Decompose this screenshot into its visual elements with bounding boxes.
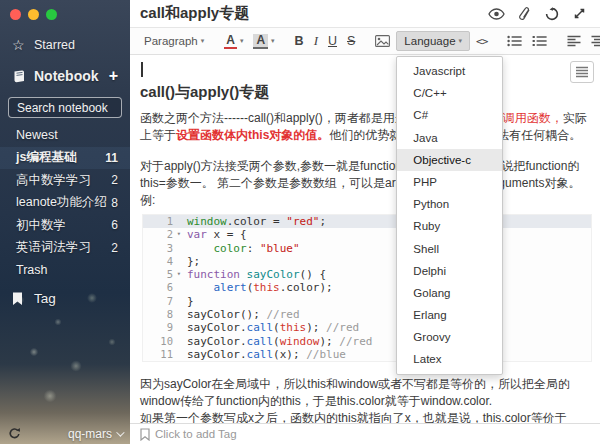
language-menu-item[interactable]: Latex <box>397 348 502 370</box>
fold-caret-icon[interactable]: ▾ <box>177 268 181 281</box>
notebook-label: Notebook <box>34 68 99 84</box>
note-titlebar: call和apply专题 <box>130 0 600 28</box>
unordered-list-button[interactable] <box>503 33 526 49</box>
code-line: 9sayColor.call(this); //red <box>143 321 591 334</box>
language-menu-item[interactable]: Shell <box>397 238 502 260</box>
p1-red-bold-text: 设置函数体内this对象的值。 <box>176 128 329 142</box>
notebook-item[interactable]: leanote功能介绍8 <box>0 192 130 215</box>
language-menu-item[interactable]: C/C++ <box>397 82 502 104</box>
code-line: 7} <box>143 295 591 308</box>
sync-icon[interactable] <box>8 427 21 440</box>
chevron-down-icon: ▾ <box>459 37 463 45</box>
sidebar-item-starred[interactable]: ☆ Starred <box>0 32 130 58</box>
history-icon[interactable] <box>545 7 559 21</box>
empty-first-line[interactable] <box>140 59 588 79</box>
note-title[interactable]: call和apply专题 <box>140 4 249 23</box>
ordered-list-button[interactable] <box>528 33 551 49</box>
fold-caret-icon[interactable]: ▾ <box>177 228 181 241</box>
chevron-down-icon: ▾ <box>201 37 205 45</box>
strikethrough-button[interactable]: S <box>343 32 359 50</box>
notebook-item-count: 8 <box>111 196 118 210</box>
titlebar-actions <box>488 7 590 21</box>
language-menu-item[interactable]: Objective-c <box>397 149 502 171</box>
chevron-down-icon: ▾ <box>271 37 275 45</box>
notebook-item-label: Trash <box>16 263 48 277</box>
language-menu-item[interactable]: Python <box>397 193 502 215</box>
minimize-window-button[interactable] <box>28 9 39 20</box>
align-left-icon <box>567 35 581 47</box>
line-number: 10 <box>143 335 177 348</box>
tag-outline-icon <box>140 428 150 441</box>
align-center-button[interactable] <box>587 33 600 49</box>
code-line: 6 alert(this.color); <box>143 281 591 294</box>
attachment-paperclip-icon[interactable] <box>519 7 531 21</box>
language-button[interactable]: Language ▾ <box>396 31 470 51</box>
language-menu-item[interactable]: Ruby <box>397 215 502 237</box>
starred-label: Starred <box>34 38 75 52</box>
p1-text: 函数之两个方法------call()和apply()，两者都是用来 <box>140 111 407 125</box>
notebook-item[interactable]: Newest <box>0 124 130 147</box>
notebook-item[interactable]: 英语词法学习2 <box>0 237 130 260</box>
notebook-item[interactable]: Trash <box>0 259 130 282</box>
code-text: } <box>177 295 194 308</box>
code-text: window.color = "red"; <box>177 215 326 228</box>
bold-button[interactable]: B <box>291 32 308 50</box>
insert-image-button[interactable] <box>371 33 394 49</box>
user-menu[interactable]: qq-mars <box>68 427 122 441</box>
paragraph-1: 函数之两个方法------call()和apply()，两者都是用来在特定的作用… <box>140 110 590 144</box>
notebook-item[interactable]: 高中数学学习2 <box>0 169 130 192</box>
highlight-color-icon: A <box>253 34 268 49</box>
paragraph-style-button[interactable]: Paragraph ▾ <box>140 33 208 49</box>
line-number: 1 <box>143 215 177 228</box>
notebook-item-label: 英语词法学习 <box>16 239 91 256</box>
sidebar-item-notebook[interactable]: Notebook + <box>0 62 130 90</box>
line-number: 2▾ <box>143 228 177 241</box>
language-menu-item[interactable]: Golang <box>397 282 502 304</box>
code-line: 4}; <box>143 255 591 268</box>
line-number: 5▾ <box>143 268 177 281</box>
example-label: 例: <box>140 192 588 209</box>
notebook-item[interactable]: js编程基础11 <box>0 147 130 170</box>
notebook-item-count: 6 <box>111 218 118 232</box>
language-menu-item[interactable]: Java <box>397 127 502 149</box>
editor-area[interactable]: call()与apply()专题 函数之两个方法------call()和app… <box>130 55 600 423</box>
notebook-item[interactable]: 初中数学6 <box>0 214 130 237</box>
code-text: sayColor(); //red <box>177 308 300 321</box>
chevron-down-icon <box>116 428 124 436</box>
add-tag-button[interactable]: Click to add Tag <box>155 428 237 440</box>
fullscreen-expand-icon[interactable] <box>573 7 586 20</box>
language-menu-item[interactable]: PHP <box>397 171 502 193</box>
image-icon <box>375 35 390 47</box>
username: qq-mars <box>68 427 112 441</box>
note-footer: Click to add Tag <box>130 423 600 444</box>
language-menu-item[interactable]: Erlang <box>397 304 502 326</box>
sidebar-footer: qq-mars <box>0 423 130 444</box>
notebook-search <box>8 97 122 118</box>
code-text: }; <box>177 255 200 268</box>
preview-eye-icon[interactable] <box>488 8 505 20</box>
line-number: 9 <box>143 321 177 334</box>
font-color-button[interactable]: A ▾ <box>220 32 247 51</box>
code-text: sayColor.call(window); //red <box>177 335 372 348</box>
align-left-button[interactable] <box>563 33 585 49</box>
language-menu-item[interactable]: Delphi <box>397 260 502 282</box>
sidebar-item-tag[interactable]: Tag <box>0 286 130 312</box>
code-block[interactable]: 1window.color = "red";2▾var x = {3 color… <box>142 214 592 362</box>
notebook-item-label: leanote功能介绍 <box>16 194 107 211</box>
underline-button[interactable]: U <box>324 32 341 50</box>
italic-button[interactable]: I <box>310 31 322 51</box>
highlight-color-button[interactable]: A ▾ <box>249 32 278 51</box>
notebook-icon <box>12 70 34 83</box>
add-notebook-button[interactable]: + <box>109 68 118 84</box>
language-menu-item[interactable]: Groovy <box>397 326 502 348</box>
notebook-item-label: 初中数学 <box>16 217 66 234</box>
code-line: 11sayColor.call(x); //blue <box>143 348 591 361</box>
star-icon: ☆ <box>12 37 34 53</box>
language-menu-item[interactable]: Javascript <box>397 60 502 82</box>
language-menu-item[interactable]: C# <box>397 104 502 126</box>
code-line: 8sayColor(); //red <box>143 308 591 321</box>
close-window-button[interactable] <box>10 9 21 20</box>
search-notebook-input[interactable] <box>8 97 122 118</box>
zoom-window-button[interactable] <box>46 9 57 20</box>
code-block-button[interactable]: <> <box>472 33 491 50</box>
